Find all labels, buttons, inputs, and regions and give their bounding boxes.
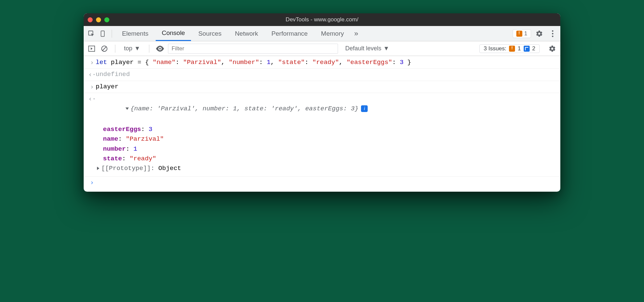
console-prompt[interactable]: › [84, 176, 560, 188]
console-input-line[interactable]: › player [84, 81, 560, 93]
filter-input[interactable] [168, 44, 338, 54]
chevron-down-icon: ▼ [383, 45, 389, 52]
context-label: top [124, 45, 132, 52]
log-levels-label: Default levels [345, 45, 381, 52]
console-input-line[interactable]: › let player = { "name": "Parzival", "nu… [84, 57, 560, 69]
more-tabs-icon[interactable]: » [351, 29, 361, 39]
info-icon [524, 46, 530, 52]
output-chevron-icon: ‹· [88, 70, 96, 79]
expand-toggle-icon[interactable] [97, 167, 99, 170]
tab-performance[interactable]: Performance [265, 26, 314, 41]
issues-info-count: 2 [532, 45, 535, 52]
warning-icon [509, 46, 515, 52]
log-levels-selector[interactable]: Default levels ▼ [345, 45, 389, 52]
warnings-count: 1 [524, 30, 527, 37]
svg-rect-1 [101, 31, 104, 36]
settings-icon[interactable] [534, 29, 544, 39]
maximize-window-button[interactable] [104, 17, 109, 22]
window-title: DevTools - www.google.com/ [84, 16, 560, 23]
output-chevron-icon: ‹· [88, 94, 96, 104]
titlebar: DevTools - www.google.com/ [84, 13, 560, 26]
devtools-window: DevTools - www.google.com/ Elements Cons… [84, 13, 560, 192]
warning-icon [516, 31, 522, 37]
svg-point-4 [552, 35, 553, 37]
object-property[interactable]: easterEggs: 3 [103, 125, 560, 134]
kebab-menu-icon[interactable] [548, 29, 558, 39]
object-expanded: easterEggs: 3 name: "Parzival" number: 1… [84, 125, 560, 174]
minimize-window-button[interactable] [96, 17, 101, 22]
info-badge-icon[interactable]: i [361, 105, 368, 112]
issues-warn-count: 1 [518, 45, 521, 52]
svg-line-7 [102, 46, 107, 51]
tab-console[interactable]: Console [156, 26, 191, 41]
window-controls [88, 17, 109, 22]
undefined-result: undefined [96, 70, 556, 79]
object-property[interactable]: state: "ready" [103, 154, 560, 164]
object-property[interactable]: name: "Parzival" [103, 134, 560, 144]
expand-toggle-icon[interactable] [126, 107, 129, 110]
code-line: let player = { "name": "Parzival", "numb… [96, 58, 556, 67]
console-toolbar: top ▼ Default levels ▼ 3 Issues: 1 2 [84, 41, 560, 56]
inspect-element-icon[interactable] [86, 29, 96, 39]
clear-console-icon[interactable] [100, 44, 109, 53]
svg-point-3 [552, 33, 553, 34]
toggle-sidebar-icon[interactable] [87, 44, 96, 53]
tab-network[interactable]: Network [229, 26, 264, 41]
object-property[interactable]: number: 1 [103, 144, 560, 154]
devtools-tabbar: Elements Console Sources Network Perform… [84, 26, 560, 41]
object-prototype[interactable]: [[Prototype]]: Object [97, 164, 560, 173]
tab-memory[interactable]: Memory [315, 26, 350, 41]
input-chevron-icon: › [88, 178, 96, 187]
console-result-line: ‹· undefined [84, 69, 560, 81]
issues-label: 3 Issues: [484, 45, 506, 52]
tab-sources[interactable]: Sources [192, 26, 228, 41]
console-output: › let player = { "name": "Parzival", "nu… [84, 56, 560, 192]
context-selector[interactable]: top ▼ [121, 45, 143, 52]
console-settings-icon[interactable] [548, 44, 557, 53]
input-chevron-icon: › [88, 58, 96, 67]
console-result-line: ‹· {name: 'Parzival', number: 1, state: … [84, 93, 560, 124]
chevron-down-icon: ▼ [134, 45, 140, 52]
device-toolbar-icon[interactable] [98, 29, 108, 39]
separator [149, 45, 149, 53]
input-chevron-icon: › [88, 82, 96, 92]
code-line: player [96, 82, 556, 92]
separator [112, 30, 112, 38]
issues-badge[interactable]: 3 Issues: 1 2 [479, 44, 540, 53]
separator [115, 45, 115, 53]
svg-point-8 [159, 48, 161, 49]
warnings-badge[interactable]: 1 [513, 29, 531, 38]
object-summary[interactable]: {name: 'Parzival', number: 1, state: 're… [96, 94, 556, 123]
close-window-button[interactable] [88, 17, 93, 22]
tab-elements[interactable]: Elements [116, 26, 154, 41]
svg-point-2 [552, 30, 553, 31]
live-expression-icon[interactable] [155, 44, 165, 53]
console-input[interactable] [96, 178, 556, 187]
